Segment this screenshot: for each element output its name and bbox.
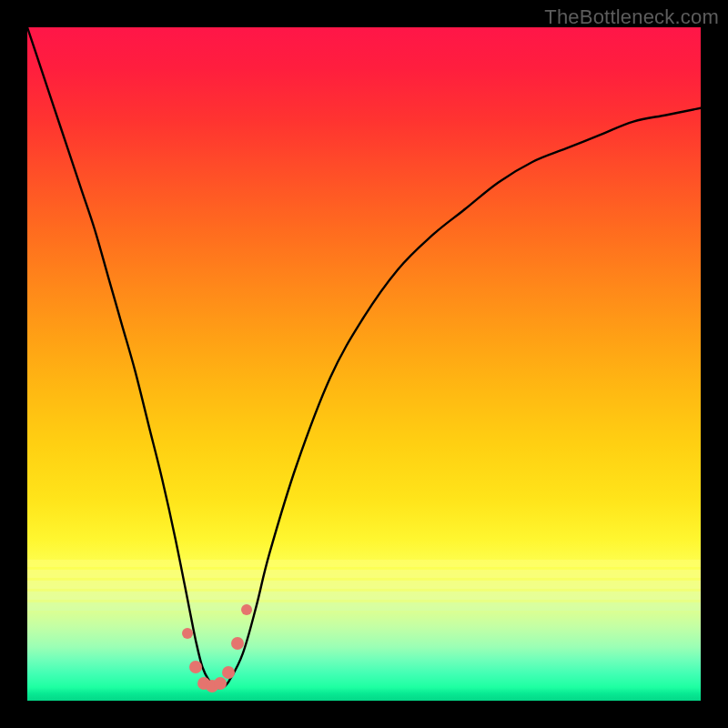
- curve-marker: [214, 677, 227, 690]
- watermark-text: TheBottleneck.com: [544, 5, 719, 29]
- curve-marker: [189, 661, 202, 673]
- curve-marker: [231, 637, 244, 650]
- bottleneck-curve-path: [27, 27, 701, 688]
- curve-marker: [222, 666, 235, 679]
- chart-frame: TheBottleneck.com: [0, 0, 728, 728]
- curve-marker: [182, 628, 193, 639]
- bottleneck-curve-svg: [27, 27, 701, 701]
- plot-area: [27, 27, 701, 701]
